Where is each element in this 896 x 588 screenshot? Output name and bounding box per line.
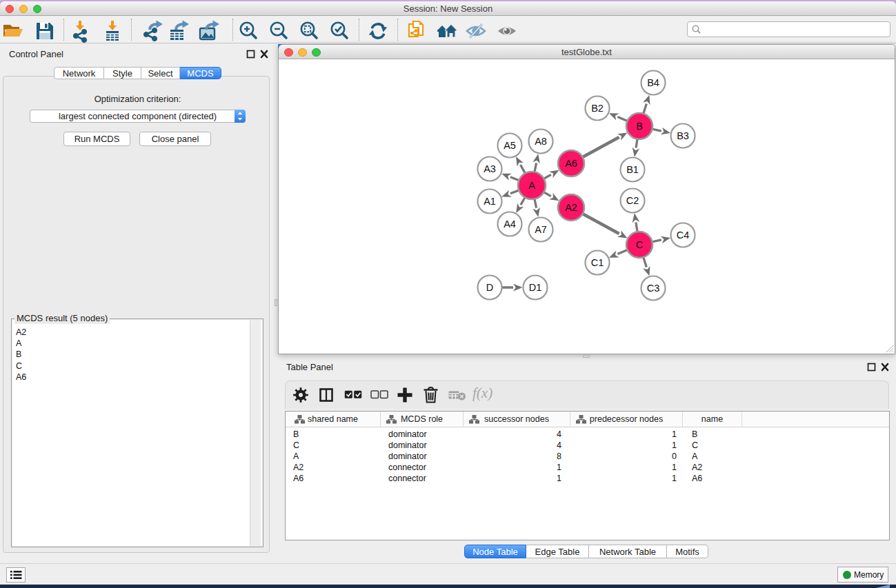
svg-text:C1: C1 [591, 257, 604, 268]
svg-text:A8: A8 [535, 136, 547, 147]
svg-text:B1: B1 [626, 164, 639, 175]
svg-text:C: C [636, 239, 643, 250]
svg-text:C3: C3 [647, 283, 660, 294]
svg-text:B3: B3 [677, 130, 689, 141]
svg-text:B: B [636, 121, 643, 132]
svg-text:B2: B2 [591, 103, 604, 114]
svg-text:C2: C2 [626, 195, 639, 206]
svg-text:A5: A5 [504, 140, 516, 151]
svg-text:D1: D1 [529, 282, 542, 293]
svg-text:A2: A2 [565, 202, 577, 213]
svg-text:A6: A6 [565, 158, 577, 169]
svg-text:C4: C4 [677, 230, 690, 241]
svg-text:A4: A4 [504, 219, 516, 230]
svg-text:D: D [486, 282, 493, 293]
svg-text:A7: A7 [535, 224, 547, 235]
svg-text:A3: A3 [484, 163, 496, 174]
svg-text:A: A [528, 180, 535, 191]
svg-text:A1: A1 [484, 196, 496, 207]
svg-text:B4: B4 [647, 77, 659, 88]
